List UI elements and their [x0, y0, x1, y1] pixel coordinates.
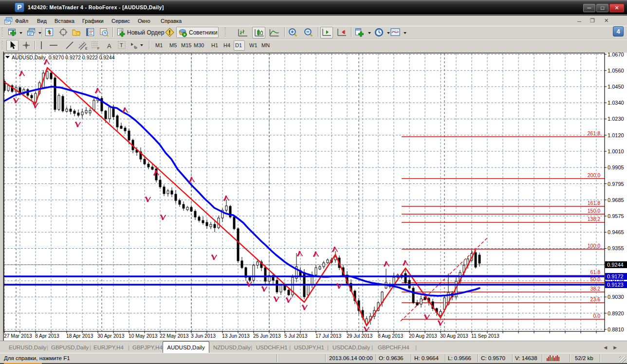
svg-text:0.9123: 0.9123	[607, 282, 624, 288]
svg-text:1.0230: 1.0230	[608, 116, 624, 122]
svg-text:29 Jul 2013: 29 Jul 2013	[347, 333, 373, 339]
svg-text:0.8920: 0.8920	[608, 310, 624, 316]
svg-text:0.9905: 0.9905	[608, 164, 624, 170]
svg-text:100.0: 100.0	[588, 243, 600, 249]
svg-text:1.0670: 1.0670	[608, 52, 624, 57]
svg-text:1.0120: 1.0120	[608, 132, 624, 138]
svg-text:8 Aug 2013: 8 Aug 2013	[378, 333, 403, 339]
svg-text:0.9172: 0.9172	[607, 273, 624, 279]
svg-text:17 Jul 2013: 17 Jul 2013	[315, 333, 342, 339]
svg-text:0.8810: 0.8810	[608, 327, 624, 332]
svg-text:30 Apr 2013: 30 Apr 2013	[97, 333, 125, 339]
svg-text:0.9685: 0.9685	[608, 197, 624, 203]
svg-text:0.9575: 0.9575	[608, 213, 624, 219]
svg-text:0.9244: 0.9244	[607, 262, 624, 268]
svg-text:25 Jun 2013: 25 Jun 2013	[253, 333, 281, 339]
svg-text:13 Jun 2013: 13 Jun 2013	[222, 333, 250, 339]
svg-text:1.0560: 1.0560	[608, 68, 624, 73]
svg-text:20 Aug 2013: 20 Aug 2013	[409, 333, 437, 339]
svg-text:161.8: 161.8	[588, 200, 600, 206]
svg-text:AUDUSD,Daily 0.9270 0.9272 0.: AUDUSD,Daily 0.9270 0.9272 0.9222 0.9244	[12, 55, 115, 60]
svg-text:261.8: 261.8	[588, 130, 600, 136]
svg-text:8 Apr 2013: 8 Apr 2013	[35, 333, 59, 339]
svg-text:1.0340: 1.0340	[608, 100, 624, 106]
svg-text:30 Aug 2013: 30 Aug 2013	[440, 333, 468, 339]
svg-text:0.9795: 0.9795	[608, 181, 624, 187]
svg-text:50.0: 50.0	[590, 276, 601, 282]
svg-text:0.9355: 0.9355	[608, 245, 624, 251]
svg-text:0.9030: 0.9030	[608, 294, 624, 300]
svg-text:10 May 2013: 10 May 2013	[129, 333, 158, 339]
svg-text:3 Jun 2013: 3 Jun 2013	[191, 333, 216, 339]
svg-text:61.8: 61.8	[590, 269, 601, 275]
svg-text:0.9465: 0.9465	[608, 229, 624, 235]
svg-text:138.2: 138.2	[588, 216, 600, 222]
svg-text:1.0450: 1.0450	[608, 84, 624, 90]
svg-text:27 Mar 2013: 27 Mar 2013	[4, 333, 32, 339]
svg-text:150.0: 150.0	[588, 208, 600, 214]
svg-text:11 Sep 2013: 11 Sep 2013	[471, 333, 499, 339]
svg-text:0.0: 0.0	[593, 313, 600, 319]
svg-text:18 Apr 2013: 18 Apr 2013	[66, 333, 93, 339]
svg-text:23.6: 23.6	[590, 296, 601, 302]
svg-text:1.0010: 1.0010	[608, 148, 624, 154]
svg-text:38.2: 38.2	[590, 286, 601, 291]
svg-text:22 May 2013: 22 May 2013	[160, 333, 189, 339]
svg-text:5 Jul 2013: 5 Jul 2013	[284, 333, 308, 339]
svg-text:200.0: 200.0	[588, 172, 600, 178]
